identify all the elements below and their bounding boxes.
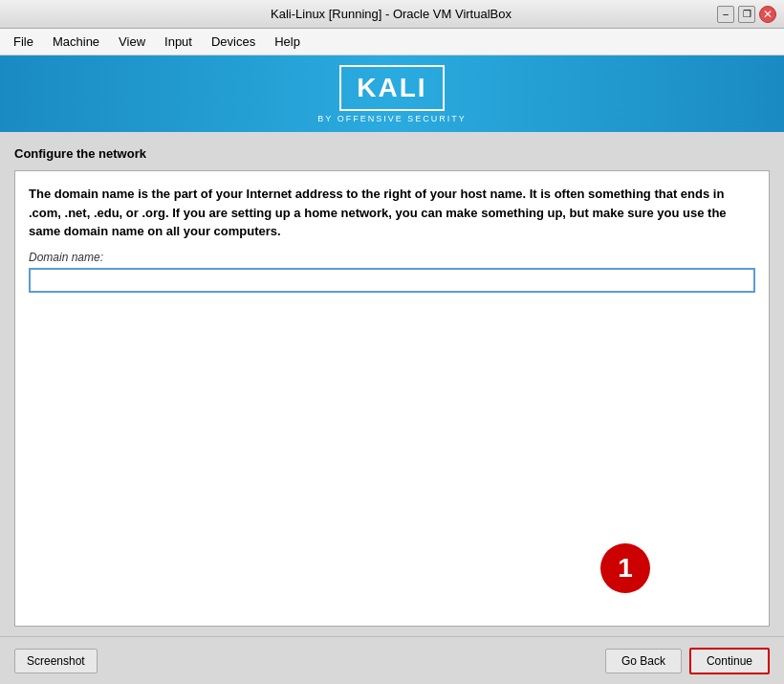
title-bar: Kali-Linux [Running] - Oracle VM Virtual… (0, 0, 784, 29)
form-box: The domain name is the part of your Inte… (14, 170, 770, 627)
menu-help[interactable]: Help (265, 31, 310, 53)
menu-file[interactable]: File (4, 31, 43, 53)
content-area: Configure the network The domain name is… (0, 132, 784, 684)
restore-button[interactable]: ❒ (738, 6, 755, 23)
relative-wrapper: Configure the network The domain name is… (0, 132, 784, 684)
kali-logo: KALI (339, 65, 444, 111)
menu-machine[interactable]: Machine (43, 31, 109, 53)
kali-subtitle: BY OFFENSIVE SECURITY (317, 114, 466, 123)
menu-bar: File Machine View Input Devices Help (0, 29, 784, 55)
bottom-bar: Screenshot Go Back Continue (0, 636, 784, 684)
annotation-number: 1 (600, 543, 650, 593)
continue-button[interactable]: Continue (689, 648, 770, 674)
menu-view[interactable]: View (109, 31, 155, 53)
minimize-button[interactable]: – (717, 6, 734, 23)
screenshot-button[interactable]: Screenshot (14, 649, 98, 673)
menu-input[interactable]: Input (155, 31, 202, 53)
window-title: Kali-Linux [Running] - Oracle VM Virtual… (65, 7, 717, 21)
kali-logo-wrapper: KALI BY OFFENSIVE SECURITY (317, 65, 466, 123)
field-label: Domain name: (29, 251, 755, 264)
go-back-button[interactable]: Go Back (605, 649, 682, 673)
vm-window: KALI BY OFFENSIVE SECURITY Configure the… (0, 55, 784, 684)
nav-buttons: Go Back Continue (605, 648, 770, 674)
window-controls: – ❒ ✕ (717, 6, 776, 23)
kali-header: KALI BY OFFENSIVE SECURITY (0, 55, 784, 132)
description-text: The domain name is the part of your Inte… (29, 185, 755, 241)
close-button[interactable]: ✕ (759, 6, 776, 23)
menu-devices[interactable]: Devices (202, 31, 265, 53)
domain-name-input[interactable] (29, 268, 755, 293)
installer-panel: Configure the network The domain name is… (0, 132, 784, 636)
section-title: Configure the network (14, 146, 770, 161)
